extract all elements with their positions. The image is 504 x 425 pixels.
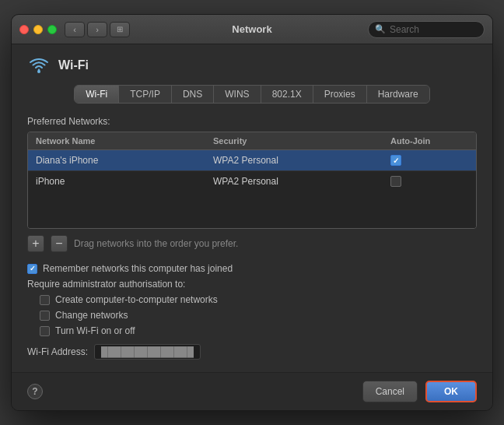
autojoin-cell [390, 176, 468, 187]
search-box[interactable]: 🔍 [368, 21, 485, 38]
require-option-row-1: Change networks [40, 310, 477, 321]
autojoin-checkbox-0[interactable] [390, 155, 401, 166]
tab-wins[interactable]: WINS [214, 86, 261, 103]
col-security: Security [213, 136, 390, 146]
svg-point-0 [37, 70, 40, 73]
nav-buttons: ‹ › [65, 22, 107, 37]
tab-8021x[interactable]: 802.1X [261, 86, 313, 103]
network-name-cell: iPhone [36, 176, 213, 187]
window-title: Network [232, 23, 271, 35]
col-network-name: Network Name [36, 136, 213, 146]
turn-wifi-label: Turn Wi-Fi on or off [55, 325, 135, 336]
change-networks-checkbox[interactable] [40, 311, 50, 321]
tab-wifi[interactable]: Wi-Fi [75, 86, 119, 103]
bottom-bar: ? Cancel OK [12, 372, 492, 410]
tabs-bar: Wi-Fi TCP/IP DNS WINS 802.1X Proxies Har… [74, 85, 429, 104]
remove-network-button[interactable]: − [51, 235, 68, 252]
create-network-checkbox[interactable] [40, 295, 50, 305]
remember-networks-checkbox[interactable] [27, 264, 37, 274]
autojoin-cell [390, 155, 468, 166]
content-area: Wi-Fi Wi-Fi TCP/IP DNS WINS 802.1X Proxi… [12, 44, 492, 372]
wifi-icon [27, 57, 51, 74]
maximize-button[interactable] [47, 25, 57, 34]
tab-dns[interactable]: DNS [172, 86, 214, 103]
remember-networks-label: Remember networks this computer has join… [43, 263, 233, 274]
turn-wifi-checkbox[interactable] [40, 326, 50, 336]
wifi-label: Wi-Fi [58, 58, 89, 72]
drag-hint: Drag networks into the order you prefer. [74, 238, 238, 249]
change-networks-label: Change networks [55, 310, 128, 321]
back-button[interactable]: ‹ [65, 22, 85, 37]
tab-hardware[interactable]: Hardware [367, 86, 429, 103]
require-option-row-2: Turn Wi-Fi on or off [40, 325, 477, 336]
help-button[interactable]: ? [27, 384, 43, 399]
add-network-button[interactable]: + [27, 235, 44, 252]
autojoin-checkbox-1[interactable] [390, 176, 401, 187]
table-row[interactable]: iPhone WPA2 Personal [28, 171, 476, 191]
forward-button[interactable]: › [87, 22, 107, 37]
table-body: Diana's iPhone WPA2 Personal iPhone WPA2… [28, 150, 476, 228]
tab-proxies[interactable]: Proxies [313, 86, 367, 103]
minimize-button[interactable] [33, 25, 43, 34]
tab-tcpip[interactable]: TCP/IP [119, 86, 172, 103]
network-window: ‹ › ⊞ Network 🔍 Wi-Fi Wi-Fi TCP/IP DN [11, 14, 493, 411]
search-icon: 🔍 [375, 24, 386, 34]
close-button[interactable] [19, 25, 29, 34]
require-options: Create computer-to-computer networks Cha… [40, 294, 477, 336]
grid-button[interactable]: ⊞ [110, 22, 130, 37]
table-header: Network Name Security Auto-Join [28, 132, 476, 150]
preferred-networks-label: Preferred Networks: [27, 116, 477, 127]
traffic-lights [19, 25, 57, 34]
ok-button[interactable]: OK [425, 381, 477, 402]
wifi-header: Wi-Fi [27, 57, 477, 74]
table-row[interactable]: Diana's iPhone WPA2 Personal [28, 150, 476, 171]
search-input[interactable] [390, 24, 478, 35]
network-name-cell: Diana's iPhone [36, 155, 213, 166]
require-option-row-0: Create computer-to-computer networks [40, 294, 477, 305]
security-cell: WPA2 Personal [213, 176, 390, 187]
security-cell: WPA2 Personal [213, 155, 390, 166]
remember-networks-row: Remember networks this computer has join… [27, 263, 477, 274]
titlebar: ‹ › ⊞ Network 🔍 [12, 15, 492, 44]
networks-table: Network Name Security Auto-Join Diana's … [27, 132, 477, 229]
require-admin-label: Require administrator authorisation to: [27, 279, 477, 290]
bottom-buttons: Cancel OK [362, 381, 477, 402]
wifi-address-label: Wi-Fi Address: [27, 346, 88, 357]
wifi-address-row: Wi-Fi Address: ██████████████ [27, 344, 477, 360]
add-remove-bar: + − Drag networks into the order you pre… [27, 235, 477, 252]
create-network-label: Create computer-to-computer networks [55, 294, 218, 305]
col-autojoin: Auto-Join [390, 136, 468, 146]
wifi-address-value: ██████████████ [94, 344, 201, 360]
cancel-button[interactable]: Cancel [362, 381, 418, 402]
